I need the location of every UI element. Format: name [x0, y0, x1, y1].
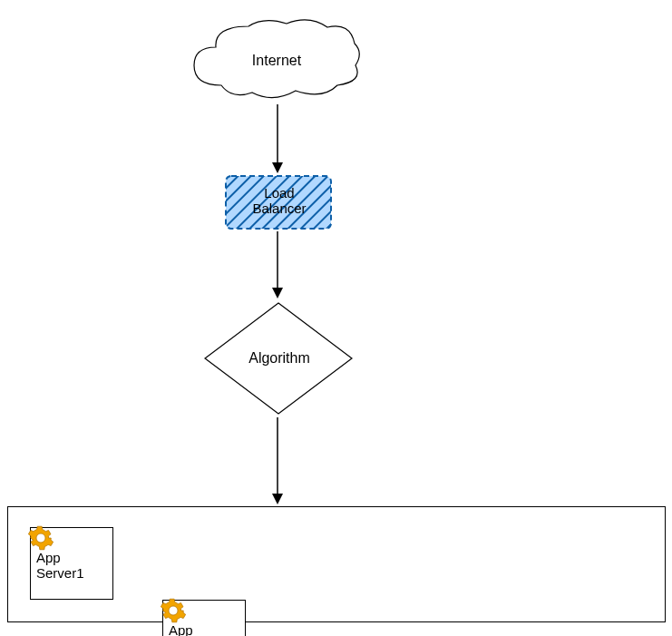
svg-marker-9 — [272, 494, 283, 504]
arrow-algo-pool — [268, 417, 287, 508]
svg-marker-6 — [272, 288, 283, 298]
app-server-2: AppServer2 — [162, 600, 246, 636]
gear-icon — [160, 597, 187, 624]
app-server-1: AppServer1 — [30, 527, 113, 600]
server-app-1: App — [36, 550, 61, 565]
algorithm-label: Algorithm — [240, 350, 318, 367]
load-balancer-label: LoadBalancer — [234, 185, 325, 217]
svg-marker-1 — [272, 162, 283, 173]
server-app-2: App — [169, 622, 193, 636]
internet-label: Internet — [245, 53, 308, 69]
arrow-internet-lb — [268, 104, 287, 177]
server-pool: AppServer1 AppServer2 AppServer3 AppServ… — [7, 506, 666, 622]
arrow-lb-algo — [268, 231, 287, 302]
gear-icon — [27, 524, 54, 552]
server-host-1: Server1 — [36, 565, 84, 581]
